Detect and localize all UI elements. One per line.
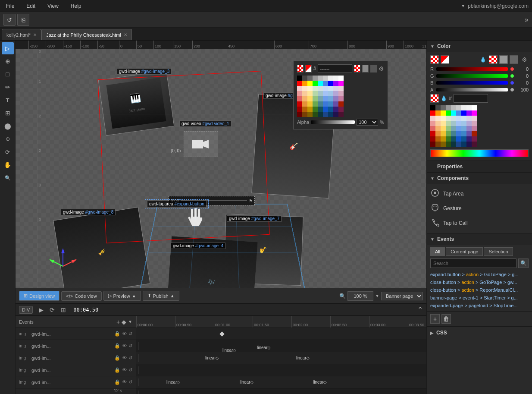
tab-kelly2-close[interactable]: ✕ [33,32,37,37]
palette-cell[interactable] [307,81,313,86]
palette-cell[interactable] [328,81,333,86]
hand-tool[interactable]: ✋ [2,159,14,171]
tab-jazz[interactable]: Jazz at the Philly Cheesesteak.html ✕ [41,29,132,40]
code-view-button[interactable]: </> Code view [61,291,101,301]
undo-icon-5[interactable]: ↺ [128,379,132,385]
undo-icon[interactable]: ↺ [128,331,132,337]
color-gradient-bar[interactable] [430,149,529,157]
palette-cell[interactable] [302,107,307,112]
color-swatch-dark[interactable] [510,55,518,64]
component-gesture[interactable]: Gesture [430,201,529,216]
palette-cell[interactable] [435,121,441,126]
palette-cell[interactable] [297,96,302,101]
events-tab-all[interactable]: All [430,247,445,256]
palette-cell[interactable] [318,91,323,96]
palette-cell[interactable] [338,107,344,112]
palette-cell[interactable] [313,91,318,96]
color-a-bar[interactable] [436,88,508,91]
palette-cell[interactable] [466,126,472,131]
palette-cell[interactable] [456,126,461,131]
color-panel-header[interactable]: ▼ Color [427,41,532,52]
palette-cell[interactable] [307,91,313,96]
color-eyedropper2-icon[interactable]: 💧 [441,95,447,101]
canvas-video-1[interactable] [175,127,227,161]
menu-help[interactable]: Help [68,2,84,10]
palette-cell[interactable] [323,101,328,107]
palette-cell[interactable] [313,101,318,107]
palette-cell[interactable] [472,121,477,126]
popup-swatch-checker1[interactable] [297,65,304,72]
palette-cell[interactable] [461,142,466,147]
menu-edit[interactable]: Edit [24,2,38,10]
palette-cell[interactable] [472,131,477,136]
popup-alpha-select[interactable]: 100 [357,119,378,126]
visibility-icon-2[interactable]: 👁 [122,343,127,349]
palette-cell[interactable] [446,116,451,121]
event-row-3[interactable]: close-button > action > ReportManualCl..… [427,286,532,294]
palette-cell[interactable] [333,76,338,81]
tab-kelly2[interactable]: kelly2.html* ✕ [2,29,41,40]
pen-tool[interactable]: ✏ [2,81,14,93]
palette-cell[interactable] [451,126,456,131]
palette-cell[interactable] [441,116,446,121]
palette-cell[interactable] [302,101,307,107]
palette-cell[interactable] [435,116,441,121]
palette-cell[interactable] [323,76,328,81]
palette-cell[interactable] [456,142,461,147]
palette-cell[interactable] [435,110,441,116]
popup-swatch-checker2[interactable] [305,65,312,72]
zoom-tool[interactable]: ⊙ [2,133,14,145]
visibility-icon-5[interactable]: 👁 [122,379,127,385]
palette-cell[interactable] [451,116,456,121]
palette-cell[interactable] [313,107,318,112]
palette-cell[interactable] [338,81,344,86]
palette-cell[interactable] [441,131,446,136]
color-b-bar[interactable] [436,81,508,85]
palette-cell[interactable] [323,107,328,112]
track-4-ruler[interactable]: linear◇ linear◇ linear◇ [136,376,426,388]
palette-cell[interactable] [466,121,472,126]
lock-icon[interactable]: 🔒 [114,331,120,337]
palette-cell[interactable] [451,110,456,116]
color-hex-input[interactable] [454,94,488,103]
menu-view[interactable]: View [45,2,61,10]
palette-cell[interactable] [338,96,344,101]
zoom-input[interactable] [347,291,373,301]
timeline-settings-button[interactable]: ⊞ [59,305,68,315]
move3d-tool[interactable]: ⊕ [2,55,14,67]
palette-cell[interactable] [333,107,338,112]
palette-cell[interactable] [446,110,451,116]
palette-cell[interactable] [338,101,344,107]
palette-cell[interactable] [441,121,446,126]
palette-cell[interactable] [318,107,323,112]
shape-tool[interactable]: □ [2,68,14,80]
palette-cell[interactable] [323,81,328,86]
palette-cell[interactable] [446,126,451,131]
palette-cell[interactable] [441,110,446,116]
palette-cell[interactable] [446,142,451,147]
palette-cell[interactable] [435,142,441,147]
palette-cell[interactable] [297,76,302,81]
popup-hex-input[interactable] [318,64,352,73]
track-1-ruler[interactable]: linear◇ linear◇ [136,340,426,352]
palette-cell[interactable] [456,131,461,136]
select-tool[interactable]: ▷ [2,42,14,54]
loop-button[interactable]: ⟳ [47,305,57,315]
palette-cell[interactable] [297,91,302,96]
palette-cell[interactable] [333,91,338,96]
palette-cell[interactable] [430,131,435,136]
undo-icon-3[interactable]: ↺ [128,355,132,361]
popup-swatch-checker3[interactable] [354,65,360,72]
palette-cell[interactable] [461,131,466,136]
palette-cell[interactable] [466,116,472,121]
events-tab-current[interactable]: Current page [446,247,483,256]
color-swatch-diagonal[interactable] [441,55,449,64]
palette-cell[interactable] [297,112,302,117]
color-eyedropper-icon[interactable]: 💧 [479,55,487,64]
palette-cell[interactable] [338,112,344,117]
palette-cell[interactable] [318,96,323,101]
visibility-icon-3[interactable]: 👁 [122,355,127,361]
palette-cell[interactable] [441,136,446,142]
palette-cell[interactable] [446,131,451,136]
color-swatch-checker2[interactable] [489,55,498,64]
